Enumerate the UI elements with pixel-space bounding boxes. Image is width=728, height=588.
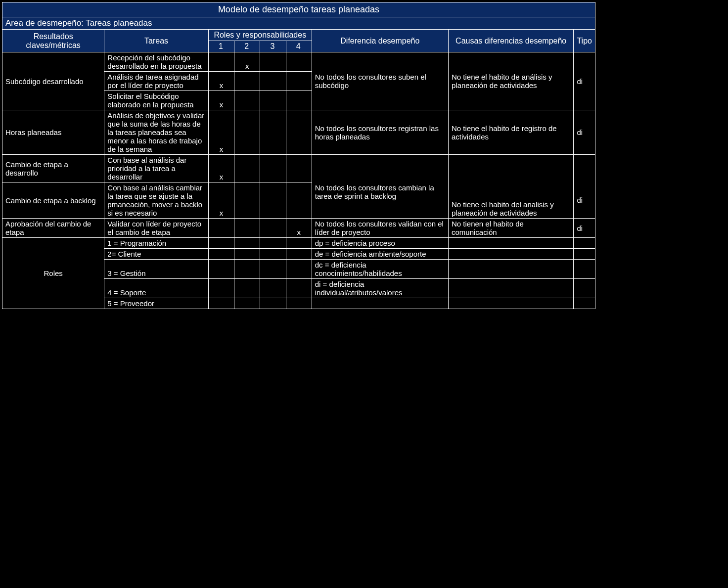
header-diferencia: Diferencia desempeño [312, 30, 448, 52]
roles-legend-label: Roles [2, 238, 104, 309]
role-mark [286, 91, 312, 110]
header-tipo: Tipo [574, 30, 595, 52]
resultado-7: Aprobación del cambio de etapa [2, 219, 104, 238]
legend-def-5 [312, 298, 448, 309]
causas-1: No tiene el habito de análisis y planeac… [448, 52, 573, 110]
tipo-4: di [574, 110, 595, 155]
tarea-1: Recepción del subcódigo desarrollado en … [104, 52, 208, 72]
diferencia-4: No todos los consultores registran las h… [312, 110, 448, 155]
header-resultados: Resultados claves/métricas [2, 30, 104, 52]
diferencia-5 [312, 155, 448, 182]
resultado-5: Cambio de etapa a desarrollo [2, 155, 104, 182]
role-mark: x [208, 110, 234, 155]
role-mark [234, 72, 260, 91]
role-mark: x [208, 91, 234, 110]
diferencia-7: No todos los consultores validan con el … [312, 219, 448, 238]
role-mark [260, 110, 286, 155]
legend-role-3: 3 = Gestión [104, 260, 208, 279]
header-role-2: 2 [234, 41, 260, 52]
role-mark [286, 72, 312, 91]
role-mark [260, 52, 286, 72]
role-mark [234, 182, 260, 219]
header-causas: Causas diferencias desempeño [448, 30, 573, 52]
tipo-5 [574, 155, 595, 182]
role-mark: x [234, 52, 260, 72]
legend-role-5: 5 = Proveedor [104, 298, 208, 309]
causas-4: No tiene el habito de registro de activi… [448, 110, 573, 155]
role-mark [260, 72, 286, 91]
role-mark [234, 155, 260, 182]
causas-5 [448, 155, 573, 182]
role-mark [208, 52, 234, 72]
role-mark [260, 91, 286, 110]
role-mark [286, 52, 312, 72]
role-mark [286, 182, 312, 219]
role-mark [208, 219, 234, 238]
role-mark [234, 110, 260, 155]
resultado-6: Cambio de etapa a backlog [2, 182, 104, 219]
tipo-7: di [574, 219, 595, 238]
tipo-6: di [574, 182, 595, 219]
tarea-4: Análisis de objetivos y validar que la s… [104, 110, 208, 155]
header-role-3: 3 [260, 41, 286, 52]
role-mark: x [208, 182, 234, 219]
causas-6: No tiene el habito del analisis y planea… [448, 182, 573, 219]
role-mark: x [208, 155, 234, 182]
header-roles: Roles y responsabilidades [208, 30, 312, 41]
resultado-1: Subcódigo desarrollado [2, 52, 104, 110]
legend-role-2: 2= Cliente [104, 249, 208, 260]
performance-model-table: Modelo de desempeño tareas planeadas Are… [2, 2, 595, 309]
role-mark [234, 91, 260, 110]
tarea-3: Solicitar el Subcódigo elaborado en la p… [104, 91, 208, 110]
tarea-6: Con base al análisis cambiar la tarea qu… [104, 182, 208, 219]
legend-role-4: 4 = Soporte [104, 279, 208, 298]
diferencia-6: No todos los consultores cambian la tare… [312, 182, 448, 219]
role-mark: x [208, 72, 234, 91]
role-mark [286, 155, 312, 182]
header-role-1: 1 [208, 41, 234, 52]
tipo-1: di [574, 52, 595, 110]
header-role-4: 4 [286, 41, 312, 52]
diferencia-1: No todos los consultores suben el subcód… [312, 52, 448, 110]
role-mark [260, 182, 286, 219]
legend-def-3: dc = deficiencia conocimientos/habilidad… [312, 260, 448, 279]
legend-def-4: di = deficiencia individual/atributos/va… [312, 279, 448, 298]
resultado-4: Horas planeadas [2, 110, 104, 155]
area-label: Area de desmepeño: Tareas planeadas [2, 17, 595, 30]
role-mark [260, 155, 286, 182]
role-mark [234, 219, 260, 238]
tarea-7: Validar con líder de proyecto el cambio … [104, 219, 208, 238]
tarea-5: Con base al análisis dar prioridad a la … [104, 155, 208, 182]
role-mark: x [286, 219, 312, 238]
role-mark [286, 110, 312, 155]
causas-7: No tienen el habito de comunicación [448, 219, 573, 238]
legend-role-1: 1 = Programación [104, 238, 208, 249]
table-title: Modelo de desempeño tareas planeadas [2, 2, 595, 17]
tarea-2: Análisis de tarea asignadad por el líder… [104, 72, 208, 91]
legend-def-2: de = deficiencia ambiente/soporte [312, 249, 448, 260]
role-mark [260, 219, 286, 238]
legend-def-1: dp = deficiencia proceso [312, 238, 448, 249]
header-tareas: Tareas [104, 30, 208, 52]
